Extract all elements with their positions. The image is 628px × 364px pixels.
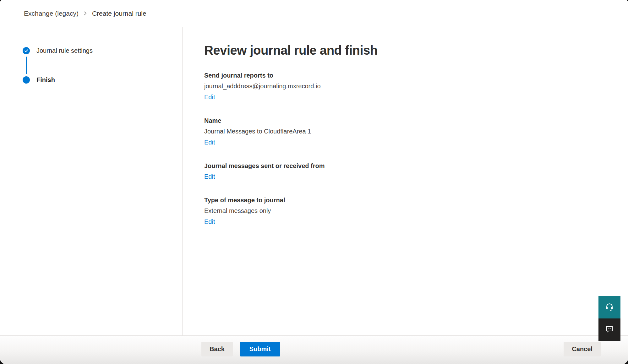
wizard-step-label: Finish bbox=[36, 76, 55, 84]
edit-send-journal-reports-link[interactable]: Edit bbox=[204, 92, 215, 102]
step-current-dot-icon bbox=[23, 76, 30, 84]
message-type-value: External messages only bbox=[204, 205, 609, 216]
section-label: Send journal reports to bbox=[204, 70, 609, 81]
breadcrumb-exchange-legacy[interactable]: Exchange (legacy) bbox=[24, 10, 79, 17]
content-row: Journal rule settings Finish Review jour… bbox=[0, 27, 628, 335]
cancel-button[interactable]: Cancel bbox=[564, 342, 601, 356]
section-type-of-message: Type of message to journal External mess… bbox=[204, 195, 609, 227]
wizard-footer-bar: Back Submit Cancel bbox=[0, 335, 628, 364]
edit-message-type-link[interactable]: Edit bbox=[204, 216, 215, 227]
chevron-right-icon bbox=[83, 11, 87, 15]
wizard-step-label: Journal rule settings bbox=[36, 47, 93, 54]
breadcrumb-create-journal-rule: Create journal rule bbox=[92, 10, 146, 17]
wizard-step-journal-rule-settings[interactable]: Journal rule settings bbox=[23, 47, 182, 54]
edit-journal-scope-link[interactable]: Edit bbox=[204, 171, 215, 182]
rule-name-value: Journal Messages to CloudflareArea 1 bbox=[204, 126, 609, 137]
section-label: Type of message to journal bbox=[204, 195, 609, 205]
support-button[interactable] bbox=[598, 296, 620, 318]
wizard-step-finish[interactable]: Finish bbox=[23, 76, 182, 84]
page-title: Review journal rule and finish bbox=[204, 43, 609, 57]
edit-name-link[interactable]: Edit bbox=[204, 137, 215, 148]
section-label: Journal messages sent or received from bbox=[204, 160, 609, 171]
section-label: Name bbox=[204, 115, 609, 126]
back-button[interactable]: Back bbox=[201, 342, 233, 356]
feedback-icon bbox=[605, 325, 614, 334]
headset-icon bbox=[605, 302, 614, 312]
submit-button[interactable]: Submit bbox=[240, 342, 280, 356]
section-send-journal-reports-to: Send journal reports to journal_adddress… bbox=[204, 70, 609, 102]
wizard-steps-sidebar: Journal rule settings Finish bbox=[0, 27, 183, 335]
section-name: Name Journal Messages to CloudflareArea … bbox=[204, 115, 609, 148]
step-connector-line bbox=[26, 57, 27, 74]
section-journal-messages-sent-or-received: Journal messages sent or received from E… bbox=[204, 160, 609, 182]
review-panel: Review journal rule and finish Send jour… bbox=[183, 27, 628, 335]
journal-report-address-value: journal_adddress@journaling.mxrecord.io bbox=[204, 81, 609, 92]
step-completed-check-icon bbox=[23, 47, 30, 54]
exchange-admin-window: Exchange (legacy) Create journal rule Jo… bbox=[0, 0, 628, 364]
breadcrumb: Exchange (legacy) Create journal rule bbox=[0, 0, 628, 27]
feedback-button[interactable] bbox=[598, 318, 620, 341]
floating-help-stack bbox=[598, 296, 620, 341]
